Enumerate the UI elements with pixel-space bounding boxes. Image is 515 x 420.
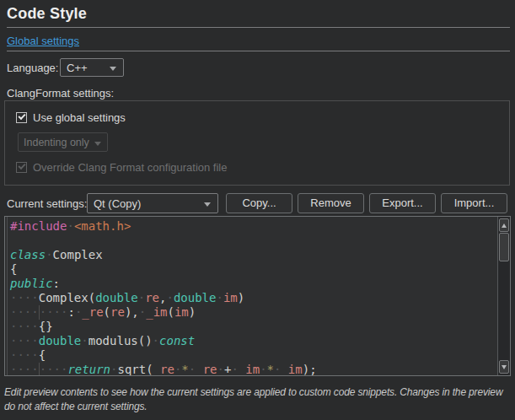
copy-button[interactable]: Copy... (226, 193, 292, 213)
use-global-settings-checkbox[interactable]: Use global settings (16, 111, 126, 124)
scrollbar-thumb[interactable] (499, 233, 509, 261)
editor-scrollbar[interactable] (497, 217, 510, 375)
code-line: public: (10, 277, 317, 291)
language-label: Language: (7, 62, 58, 74)
scrollbar-up-icon[interactable] (499, 218, 509, 232)
code-line: ········return·sqrt(_re·*·_re·+·_im·*·_i… (10, 363, 317, 376)
code-line: { (10, 262, 317, 277)
chevron-down-icon (110, 67, 116, 71)
override-clangformat-checkbox: Override Clang Format configuration file (16, 161, 228, 174)
link-separator (7, 51, 510, 51)
use-global-settings-label: Use global settings (33, 111, 126, 124)
help-text-line: do not affect the current settings. (4, 400, 502, 414)
code-line: ····Complex(double·re,·double·im) (10, 291, 317, 305)
current-settings-label: Current settings: (7, 197, 87, 210)
global-settings-link[interactable]: Global settings (7, 35, 79, 47)
checkbox-checked-icon (16, 112, 27, 123)
scrollbar-down-icon[interactable] (499, 360, 509, 374)
code-line: ········:·_re(re),·_im(im) (10, 305, 317, 320)
code-preview-editor[interactable]: #include·<math.h> class·Complex{public:·… (4, 216, 511, 376)
current-settings-combo[interactable]: Qt (Copy) (87, 193, 218, 213)
code-content[interactable]: #include·<math.h> class·Complex{public:·… (10, 219, 317, 376)
code-line: #include·<math.h> (10, 219, 317, 234)
page-title: Code Style (7, 5, 87, 23)
code-line: ····{} (10, 320, 317, 334)
indenting-combo: Indenting only (18, 132, 108, 152)
checkbox-checked-icon (16, 162, 27, 173)
code-line: ····{ (10, 348, 317, 363)
code-line (10, 234, 317, 248)
current-settings-combo-value: Qt (Copy) (94, 197, 141, 210)
import-button[interactable]: Import... (441, 193, 507, 213)
clangformat-settings-label: ClangFormat settings: (7, 87, 114, 100)
indenting-combo-value: Indenting only (24, 137, 89, 148)
override-clangformat-label: Override Clang Format configuration file (33, 161, 228, 174)
title-separator (7, 27, 510, 28)
code-line: ····double·modulus()·const (10, 334, 317, 348)
chevron-down-icon (204, 202, 211, 207)
code-line: class·Complex (10, 248, 317, 262)
language-combo-value: C++ (67, 62, 88, 74)
help-text-line: Edit preview contents to see how the cur… (4, 385, 502, 400)
help-text: Edit preview contents to see how the cur… (4, 385, 502, 414)
chevron-down-icon (94, 142, 101, 146)
export-button[interactable]: Export... (369, 193, 436, 213)
remove-button[interactable]: Remove (298, 193, 364, 213)
language-combo[interactable]: C++ (60, 58, 124, 77)
